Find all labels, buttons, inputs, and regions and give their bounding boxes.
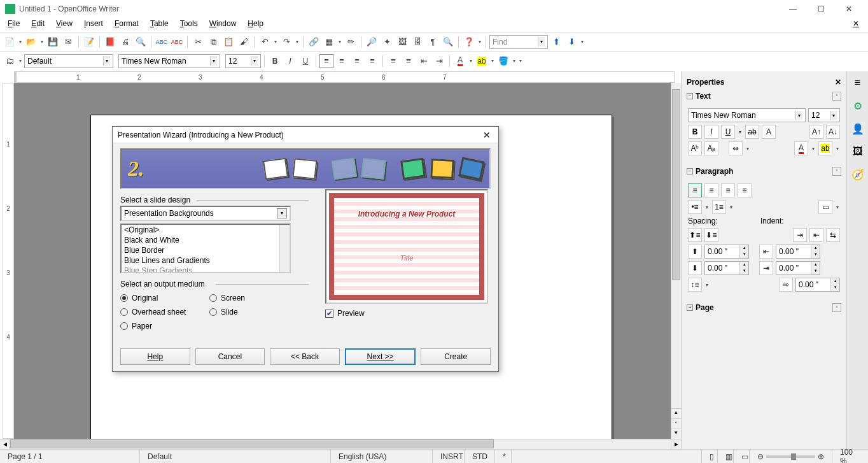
page-expand-icon[interactable]: + [687, 304, 693, 311]
sb-bold-icon[interactable]: B [688, 125, 702, 139]
radio-overhead[interactable]: Overhead sheet [120, 308, 209, 317]
new-dropdown[interactable]: ▾ [18, 35, 23, 49]
sb-numbers-caret[interactable]: ▾ [729, 200, 734, 214]
sb-bullets-caret[interactable]: ▾ [704, 200, 710, 214]
linespacing-icon[interactable]: ↕≡ [688, 278, 702, 292]
text-collapse-icon[interactable]: − [687, 93, 693, 99]
text-more-icon[interactable]: ▫ [832, 92, 841, 101]
horizontal-ruler[interactable]: 1 2 3 4 5 6 7 [14, 71, 675, 83]
nonprinting-icon[interactable]: ¶ [426, 35, 440, 49]
sb-bullets-icon[interactable]: •≡ [688, 200, 702, 214]
format-overflow[interactable]: ▾ [518, 54, 523, 68]
properties-tab-icon[interactable]: ⚙ [850, 98, 865, 113]
create-button[interactable]: Create [421, 348, 491, 365]
new-doc-icon[interactable]: 📄 [3, 35, 17, 49]
status-style[interactable]: Default [140, 450, 331, 463]
page-more-icon[interactable]: ▫ [832, 303, 841, 312]
sb-highlight-icon[interactable]: ab [818, 141, 832, 155]
align-left-icon[interactable]: ≡ [319, 54, 333, 68]
copy-icon[interactable]: ⧉ [206, 35, 220, 49]
prev-page-icon[interactable]: ▴ [671, 408, 681, 418]
save-icon[interactable]: 💾 [46, 35, 60, 49]
status-language[interactable]: English (USA) [331, 450, 433, 463]
maximize-button[interactable]: ☐ [807, 0, 835, 18]
close-button[interactable]: ✕ [835, 0, 863, 18]
find-next-icon[interactable]: ⬇ [564, 35, 578, 49]
hscroll-thumb[interactable] [10, 439, 494, 448]
spacing-above-input[interactable]: ▴▾ [704, 245, 749, 259]
bg-color-icon[interactable]: 🪣 [496, 54, 510, 68]
autospell-icon[interactable]: ABC [170, 35, 184, 49]
view-multi-icon[interactable]: ▥ [718, 450, 734, 463]
number-list-icon[interactable]: ≡ [386, 54, 400, 68]
spacing-below-input[interactable]: ▴▾ [704, 261, 749, 275]
status-selmode[interactable]: STD [465, 450, 495, 463]
highlight-icon[interactable]: ab [475, 54, 489, 68]
highlight-caret[interactable]: ▾ [490, 54, 495, 68]
sb-shadow-icon[interactable]: A [762, 125, 776, 139]
undo-icon[interactable]: ↶ [258, 35, 272, 49]
increase-indent-icon[interactable]: ⇥ [432, 54, 446, 68]
zoom-in-icon[interactable]: ⊕ [818, 452, 824, 461]
menu-tools[interactable]: Tools [175, 18, 203, 32]
next-page-icon[interactable]: ▾ [671, 429, 681, 439]
status-zoom[interactable]: 100 % [832, 450, 868, 463]
dialog-close-icon[interactable]: ✕ [480, 130, 493, 140]
sidebar-close-icon[interactable]: ✕ [835, 78, 841, 87]
font-color-caret[interactable]: ▾ [468, 54, 473, 68]
format-paintbrush-icon[interactable]: 🖌 [237, 35, 251, 49]
sb-align-justify-icon[interactable]: ≡ [738, 183, 752, 197]
italic-icon[interactable]: I [283, 54, 297, 68]
show-draw-icon[interactable]: ✏ [344, 35, 358, 49]
design-listbox[interactable]: <Original> Black and White Blue Border B… [120, 224, 291, 273]
spellcheck-icon[interactable]: ABC [155, 35, 169, 49]
sb-fontcolor-caret[interactable]: ▾ [811, 141, 816, 155]
status-signature[interactable]: * [495, 450, 512, 463]
indent-left-input[interactable]: ▴▾ [776, 245, 820, 259]
hyperlink-icon[interactable]: 🔗 [307, 35, 321, 49]
sb-dec-indent-icon[interactable]: ⇤ [809, 228, 823, 242]
bg-color-caret[interactable]: ▾ [512, 54, 517, 68]
help-dropdown[interactable]: ▾ [477, 35, 482, 49]
styles-caret[interactable]: ▾ [18, 54, 23, 68]
sb-inc-indent-icon[interactable]: ⇥ [793, 228, 807, 242]
sb-italic-icon[interactable]: I [704, 125, 718, 139]
listbox-scrollbar[interactable] [279, 225, 290, 272]
open-icon[interactable]: 📂 [24, 35, 38, 49]
menu-edit[interactable]: Edit [26, 18, 50, 32]
menu-help[interactable]: Help [242, 18, 269, 32]
sb-inc-spacing-icon[interactable]: ⬆≡ [688, 228, 702, 242]
sb-bgcolor-icon[interactable]: ▭ [818, 200, 832, 214]
zoom-slider[interactable]: ⊖ ⊕ [750, 450, 832, 463]
status-insert[interactable]: INSRT [433, 450, 465, 463]
vertical-scrollbar[interactable]: ▴ ◦ ▾ [671, 83, 681, 439]
design-item-bluestep[interactable]: Blue Step Gradients [122, 266, 290, 273]
sb-super-icon[interactable]: Aᵇ [688, 141, 702, 155]
sb-align-right-icon[interactable]: ≡ [721, 183, 735, 197]
align-center-icon[interactable]: ≡ [335, 54, 349, 68]
edit-file-icon[interactable]: 📝 [82, 35, 96, 49]
view-book-icon[interactable]: ▭ [734, 450, 750, 463]
preview-checkbox[interactable]: ✔ Preview [325, 309, 491, 318]
find-prev-icon[interactable]: ⬆ [549, 35, 563, 49]
horizontal-scrollbar[interactable]: ◂ ▸ [0, 439, 681, 449]
export-pdf-icon[interactable]: 📕 [103, 35, 117, 49]
sb-shrink-icon[interactable]: A↓ [826, 125, 840, 139]
radio-paper[interactable]: Paper [120, 322, 209, 331]
menu-insert[interactable]: Insert [79, 18, 108, 32]
paragraph-style-combo[interactable]: Default▾ [24, 54, 113, 68]
help-icon[interactable]: ❓ [462, 35, 476, 49]
menu-view[interactable]: View [51, 18, 78, 32]
cancel-button[interactable]: Cancel [195, 348, 265, 365]
sb-underline-caret[interactable]: ▾ [738, 125, 743, 139]
back-button[interactable]: << Back [270, 348, 340, 365]
underline-icon[interactable]: U [298, 54, 312, 68]
menubar-close-icon[interactable]: ✕ [846, 18, 865, 32]
zoom-out-icon[interactable]: ⊖ [757, 452, 764, 461]
sb-hanging-icon[interactable]: ⇆ [826, 228, 840, 242]
navigator-icon[interactable]: ✦ [380, 35, 394, 49]
help-button[interactable]: Help [120, 348, 190, 365]
table-icon[interactable]: ▦ [322, 35, 336, 49]
font-size-combo[interactable]: 12▾ [225, 54, 261, 68]
linespacing-caret[interactable]: ▾ [704, 278, 710, 292]
